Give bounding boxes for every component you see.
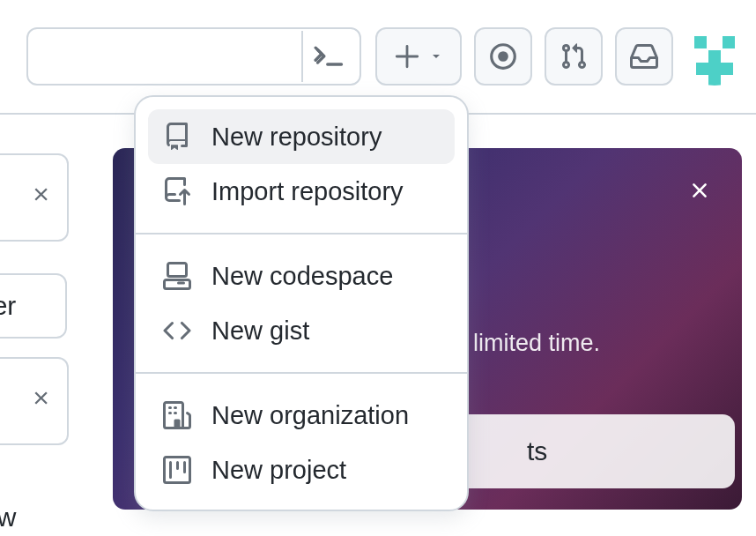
menu-item-label: New organization	[211, 401, 409, 430]
issue-icon	[488, 41, 518, 71]
left-fragment-box-2: ×	[0, 357, 69, 445]
menu-item-label: New project	[211, 456, 346, 485]
menu-item-new-project[interactable]: New project	[148, 443, 455, 497]
menu-item-new-repository[interactable]: New repository	[148, 109, 455, 164]
text-fragment-ow: ow	[0, 502, 16, 532]
project-icon	[162, 455, 192, 485]
codespaces-icon	[162, 261, 192, 291]
inbox-icon	[630, 42, 658, 71]
filter-button-fragment[interactable]: ilter	[0, 273, 67, 339]
organization-icon	[162, 400, 192, 430]
header-buttons	[375, 27, 744, 86]
menu-item-new-codespace[interactable]: New codespace	[148, 249, 455, 303]
close-icon[interactable]: ×	[33, 178, 49, 211]
filter-label-fragment: ilter	[0, 291, 16, 321]
pull-requests-button[interactable]	[545, 27, 603, 86]
git-pull-request-icon	[560, 42, 588, 71]
create-new-button[interactable]	[375, 27, 462, 86]
svg-point-1	[500, 53, 508, 61]
create-new-dropdown: New repository Import repository New cod…	[134, 95, 469, 511]
close-icon	[687, 178, 712, 203]
plus-icon	[394, 43, 420, 70]
menu-item-label: New repository	[211, 123, 382, 152]
issues-button[interactable]	[474, 27, 532, 86]
menu-item-label: New gist	[211, 316, 309, 346]
menu-item-import-repository[interactable]: Import repository	[148, 164, 455, 219]
repo-push-icon	[162, 176, 192, 206]
menu-item-new-organization[interactable]: New organization	[148, 388, 455, 443]
user-avatar[interactable]	[686, 27, 744, 86]
repo-icon	[162, 122, 192, 152]
banner-button-fragment[interactable]: ts	[448, 414, 735, 488]
banner-button-label-fragment: ts	[527, 436, 547, 466]
terminal-icon	[314, 41, 345, 72]
menu-divider	[136, 233, 467, 234]
search-box[interactable]	[26, 27, 361, 86]
menu-item-label: Import repository	[211, 177, 404, 206]
left-fragment-box-1: ×	[0, 153, 69, 242]
notifications-button[interactable]	[615, 27, 673, 86]
menu-item-new-gist[interactable]: New gist	[148, 303, 455, 358]
banner-close-button[interactable]	[682, 173, 717, 208]
command-palette-button[interactable]	[301, 31, 356, 82]
close-icon[interactable]: ×	[33, 382, 49, 414]
triangle-down-icon	[429, 49, 443, 63]
code-icon	[162, 316, 192, 346]
menu-divider	[136, 372, 467, 374]
menu-item-label: New codespace	[211, 262, 393, 291]
